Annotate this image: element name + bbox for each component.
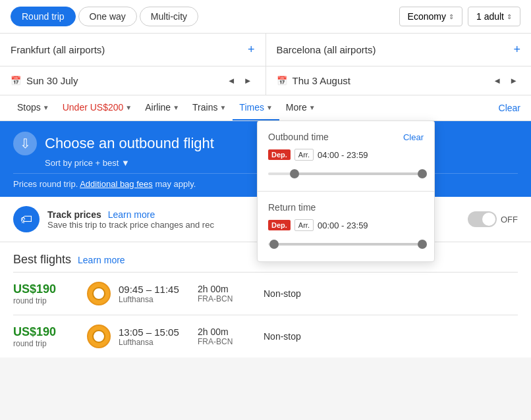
outbound-time-range: 04:00 - 23:59	[318, 150, 368, 160]
filter-trains[interactable]: Trains ▼	[186, 95, 233, 120]
multi-city-button[interactable]: Multi-city	[140, 7, 198, 26]
date-row: 📅 Sun 30 July ◄ ► 📅 Thu 3 August ◄ ►	[0, 66, 531, 95]
airline-logo	[87, 325, 111, 348]
origin-value: Frankfurt (all airports)	[11, 44, 105, 55]
times-arrow-icon: ▼	[266, 104, 273, 111]
right-controls: Economy 1 adult	[399, 7, 520, 26]
outbound-title: Choose an outbound flight	[45, 135, 214, 152]
outbound-arr-tag[interactable]: Arr.	[294, 149, 314, 161]
destination-input[interactable]: Barcelona (all airports) +	[266, 34, 532, 66]
filter-clear-button[interactable]: Clear	[499, 96, 520, 120]
round-trip-button[interactable]: Round trip	[11, 7, 76, 26]
outbound-slider-left-thumb[interactable]	[290, 169, 299, 178]
return-dep-arr-row: Dep. Arr. 00:00 - 23:59	[268, 219, 424, 231]
origin-input[interactable]: Frankfurt (all airports) +	[0, 34, 266, 66]
return-slider[interactable]	[268, 238, 424, 251]
flight-airline-name: Lufthansa	[119, 338, 198, 347]
filter-price-label: Under US$200	[63, 102, 124, 113]
sort-label[interactable]: Sort by price + best	[45, 158, 119, 168]
flight-duration-col: 2h 00m FRA-BCN	[198, 284, 264, 303]
best-flights-learn-more[interactable]: Learn more	[78, 255, 125, 265]
bag-fees-link[interactable]: Additional bag fees	[80, 179, 153, 189]
flight-duration: 2h 00m	[198, 327, 264, 337]
flight-price: US$190 round trip	[13, 325, 79, 348]
return-time-header: Return time	[268, 202, 424, 213]
outbound-slider-fill	[291, 172, 420, 175]
flight-row[interactable]: US$190 round trip 13:05 – 15:05 Lufthans…	[13, 315, 518, 357]
filter-price[interactable]: Under US$200 ▼	[56, 95, 139, 120]
flight-duration: 2h 00m	[198, 284, 264, 294]
return-arr-tag[interactable]: Arr.	[294, 219, 314, 231]
destination-value: Barcelona (all airports)	[277, 44, 376, 55]
trains-arrow-icon: ▼	[219, 104, 226, 111]
return-date: Thu 3 August	[293, 75, 350, 86]
best-flights-title: Best flights	[13, 253, 71, 267]
filter-times[interactable]: Times ▼	[233, 95, 279, 120]
passenger-select[interactable]: 1 adult	[468, 7, 520, 26]
track-icon: 🏷	[13, 206, 40, 232]
departure-cal-icon: 📅	[11, 76, 21, 86]
airline-logo-inner	[92, 330, 105, 343]
flight-stops: Non-stop	[264, 288, 301, 299]
departure-date-input[interactable]: 📅 Sun 30 July ◄ ►	[0, 66, 266, 95]
track-title-text: Track prices	[47, 209, 101, 220]
track-learn-more-link[interactable]: Learn more	[108, 209, 155, 220]
stops-arrow-icon: ▼	[43, 104, 49, 111]
filter-bar: Stops ▼ Under US$200 ▼ Airline ▼ Trains …	[0, 95, 531, 121]
flight-times: 13:05 – 15:05	[119, 327, 198, 338]
flight-route: FRA-BCN	[198, 337, 264, 346]
return-slider-right-thumb[interactable]	[418, 240, 427, 249]
filter-more[interactable]: More ▼	[279, 95, 322, 120]
airport-row: Frankfurt (all airports) + Barcelona (al…	[0, 34, 531, 66]
return-time-range: 00:00 - 23:59	[318, 221, 368, 230]
trip-type-buttons: Round trip One way Multi-city	[11, 7, 198, 26]
outbound-slider[interactable]	[268, 167, 424, 180]
destination-plus-icon[interactable]: +	[513, 43, 520, 57]
filter-stops-label: Stops	[17, 102, 41, 113]
return-cal-icon: 📅	[277, 76, 287, 86]
filter-trains-label: Trains	[192, 102, 217, 113]
flight-duration-col: 2h 00m FRA-BCN	[198, 327, 264, 346]
return-date-input[interactable]: 📅 Thu 3 August ◄ ►	[266, 66, 532, 95]
return-slider-left-thumb[interactable]	[269, 240, 279, 249]
filter-airline-label: Airline	[145, 102, 171, 113]
outbound-slider-right-thumb[interactable]	[418, 169, 427, 178]
outbound-time-header: Outbound time Clear	[268, 132, 424, 142]
flight-price-amount: US$190	[13, 325, 79, 339]
return-next-button[interactable]: ►	[507, 74, 520, 87]
filter-stops[interactable]: Stops ▼	[11, 95, 56, 120]
filter-more-label: More	[286, 102, 307, 113]
origin-plus-icon[interactable]: +	[248, 43, 255, 57]
outbound-dep-tag[interactable]: Dep.	[268, 149, 291, 160]
class-select[interactable]: Economy	[399, 7, 462, 26]
flight-times-col: 13:05 – 15:05 Lufthansa	[119, 327, 198, 347]
departure-prev-button[interactable]: ◄	[225, 74, 238, 87]
outbound-down-icon: ⇩	[13, 132, 37, 155]
airline-logo	[87, 282, 111, 305]
track-toggle[interactable]	[468, 211, 497, 227]
times-dropdown: Outbound time Clear Dep. Arr. 04:00 - 23…	[257, 120, 435, 262]
outbound-time-section: Outbound time Clear Dep. Arr. 04:00 - 23…	[258, 121, 434, 192]
flight-stops: Non-stop	[264, 331, 301, 342]
one-way-button[interactable]: One way	[78, 7, 137, 26]
departure-date: Sun 30 July	[26, 75, 78, 86]
filter-times-label: Times	[239, 102, 264, 113]
return-prev-button[interactable]: ◄	[490, 74, 504, 87]
flights-container: US$190 round trip 09:45 – 11:45 Lufthans…	[13, 272, 518, 357]
trip-type-bar: Round trip One way Multi-city Economy 1 …	[0, 0, 531, 34]
departure-next-button[interactable]: ►	[241, 74, 255, 87]
flight-times-col: 09:45 – 11:45 Lufthansa	[119, 284, 198, 304]
outbound-clear-link[interactable]: Clear	[403, 132, 424, 142]
bag-fees-after: may apply.	[155, 179, 196, 189]
airline-arrow-icon: ▼	[173, 104, 179, 111]
flight-row[interactable]: US$190 round trip 09:45 – 11:45 Lufthans…	[13, 272, 518, 315]
return-time-title: Return time	[268, 202, 316, 213]
flight-price-type: round trip	[13, 296, 79, 305]
flight-price-type: round trip	[13, 339, 79, 348]
outbound-dep-arr-row: Dep. Arr. 04:00 - 23:59	[268, 149, 424, 161]
return-dep-tag[interactable]: Dep.	[268, 220, 291, 230]
price-arrow-icon: ▼	[125, 104, 132, 111]
return-time-section: Return time Dep. Arr. 00:00 - 23:59	[258, 192, 434, 261]
departure-date-nav: ◄ ►	[225, 74, 255, 87]
filter-airline[interactable]: Airline ▼	[138, 95, 186, 120]
